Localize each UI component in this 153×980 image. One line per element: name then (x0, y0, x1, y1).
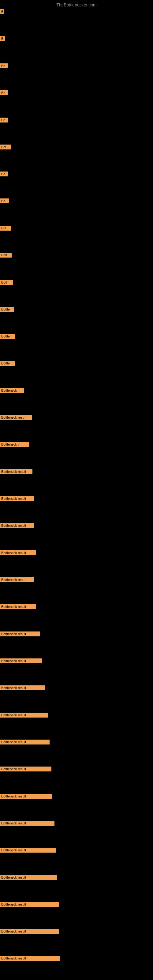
bar-item: Bo (0, 199, 9, 205)
bar-label: Bottleneck (0, 388, 24, 393)
bar-label: Bottle (0, 307, 14, 312)
bar-label: Bottleneck result (0, 794, 52, 799)
bar-item: Bottleneck result (0, 686, 45, 692)
bar-label: Bottle (0, 361, 15, 366)
bar-item: Bo (0, 64, 8, 70)
bar-item: Bottleneck result (0, 821, 54, 827)
bar-label: Bottleneck result (0, 659, 42, 663)
bar-label: Bo (0, 172, 8, 177)
bar-item: Bottleneck result (0, 794, 52, 800)
bar-label: Bottleneck r (0, 442, 29, 447)
bar-label: Bottleneck result (0, 496, 34, 501)
bar-item: Bottleneck result (0, 740, 49, 746)
bar-item: Bottleneck result (0, 632, 40, 638)
bar-item: Bottleneck result (0, 713, 48, 719)
bar-label: Bottleneck result (0, 767, 51, 772)
bar-label: Bottle (0, 334, 15, 339)
bar-item: Bottleneck result (0, 523, 34, 529)
bar-item: Bottleneck result (0, 659, 42, 665)
bar-label: Bo (0, 118, 8, 123)
bar-item: Bottleneck resu (0, 577, 33, 584)
bar-item: Bottleneck result (0, 902, 59, 908)
bar-item: Bott (0, 280, 13, 286)
bar-label: Bottleneck result (0, 848, 56, 853)
bar-item: Bottle (0, 361, 15, 367)
bar-item: B (0, 36, 5, 42)
bar-label: Bo (0, 64, 8, 68)
bar-item: Bot (0, 226, 11, 232)
bar-label: Bottleneck result (0, 713, 48, 718)
bar-label: Bottleneck result (0, 821, 54, 826)
bar-item: Bottleneck result (0, 469, 32, 475)
bar-label: Bot (0, 226, 11, 231)
bar-label: Bottleneck result (0, 740, 49, 745)
bar-item: Bo (0, 90, 8, 97)
bar-label: Bo (0, 199, 9, 204)
bar-item: Bo (0, 172, 8, 178)
bar-item: Bottle (0, 307, 14, 313)
bar-item: Bott (0, 253, 12, 259)
bar-label: Bottleneck resu (0, 577, 33, 582)
bar-item: Bottleneck result (0, 767, 51, 773)
bar-item: Bottleneck result (0, 875, 57, 881)
bar-label: Bottleneck result (0, 929, 59, 934)
bar-label: Bottleneck result (0, 875, 57, 880)
bar-label: Bottleneck result (0, 686, 45, 690)
bar-item: B (0, 9, 4, 15)
bar-label: Bottleneck result (0, 956, 60, 961)
bar-label: Bot (0, 145, 11, 150)
bar-label: Bottleneck result (0, 523, 34, 528)
bar-label: B (0, 9, 4, 14)
bar-item: Bottleneck resu (0, 415, 32, 421)
bar-label: B (0, 36, 5, 41)
bar-item: Bottleneck (0, 388, 24, 394)
bar-label: Bott (0, 253, 12, 258)
bar-label: Bo (0, 90, 8, 95)
bar-item: Bottleneck result (0, 496, 34, 502)
bar-item: Bottleneck result (0, 929, 59, 935)
bar-label: Bottleneck result (0, 469, 32, 474)
bar-item: Bot (0, 145, 11, 151)
bar-label: Bottleneck result (0, 604, 36, 609)
bar-item: Bottleneck result (0, 550, 36, 557)
bar-item: Bottleneck result (0, 848, 56, 854)
bar-label: Bottleneck result (0, 902, 59, 907)
bar-item: Bottle (0, 334, 15, 340)
bar-item: Bottleneck r (0, 442, 29, 448)
bar-label: Bottleneck result (0, 550, 36, 555)
bar-label: Bottleneck resu (0, 415, 32, 420)
bar-item: Bottleneck result (0, 956, 60, 962)
bar-label: Bottleneck result (0, 632, 40, 636)
bar-label: Bott (0, 280, 13, 285)
site-title: TheBottlenecker.com (0, 0, 153, 9)
bar-item: Bottleneck result (0, 604, 36, 610)
bar-item: Bo (0, 118, 8, 124)
